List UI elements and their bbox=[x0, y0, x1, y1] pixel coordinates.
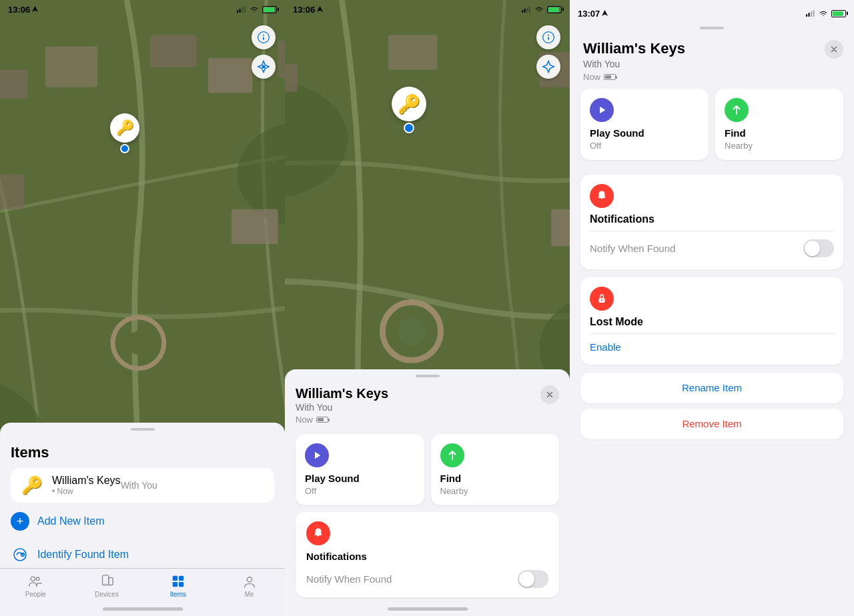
battery-fill-3 bbox=[833, 11, 843, 16]
battery-icon-3 bbox=[831, 10, 846, 17]
status-icons bbox=[237, 5, 277, 13]
svg-rect-8 bbox=[208, 58, 252, 93]
item-time: • Now bbox=[52, 487, 121, 496]
lock-icon bbox=[596, 293, 608, 305]
items-icon bbox=[170, 574, 186, 589]
signal-icon-2 bbox=[522, 5, 531, 13]
panel-item-detail: 🔑 13:06 bbox=[285, 0, 570, 616]
status-time-2: 13:06 bbox=[293, 5, 323, 15]
play-icon-3 bbox=[596, 104, 608, 116]
remove-card[interactable]: Remove Item bbox=[580, 409, 843, 439]
locate-button-2[interactable] bbox=[536, 55, 560, 79]
svg-rect-57 bbox=[809, 13, 810, 17]
info-button[interactable] bbox=[252, 25, 276, 49]
airtag-pin-2[interactable]: 🔑 bbox=[392, 87, 426, 133]
close-icon-2 bbox=[545, 390, 554, 399]
signal-icon-3 bbox=[806, 9, 815, 17]
svg-rect-50 bbox=[524, 9, 526, 13]
svg-point-21 bbox=[263, 35, 264, 36]
battery-fill bbox=[264, 7, 274, 12]
tab-devices[interactable]: Devices bbox=[71, 574, 143, 598]
play-sound-subtitle-3: Off bbox=[590, 141, 699, 151]
add-icon: + bbox=[11, 512, 29, 531]
svg-point-15 bbox=[127, 331, 150, 355]
notifications-section: Notifications Notify When Found bbox=[580, 175, 843, 269]
sheet-handle bbox=[131, 428, 155, 431]
find-nearby-card[interactable]: Find Nearby bbox=[431, 434, 560, 505]
close-button-3[interactable] bbox=[825, 40, 843, 59]
close-button-2[interactable] bbox=[540, 385, 559, 404]
rename-card[interactable]: Rename Item bbox=[580, 373, 843, 403]
identify-label: Identify Found Item bbox=[37, 549, 129, 561]
play-sound-subtitle: Off bbox=[305, 486, 415, 496]
notif-icon-3 bbox=[590, 184, 614, 208]
battery-detail bbox=[604, 74, 616, 80]
identify-icon bbox=[11, 545, 29, 564]
battery-icon-2 bbox=[547, 6, 562, 13]
notifications-card-2: Notifications Notify When Found bbox=[296, 512, 559, 597]
status-bar: 13:06 bbox=[0, 0, 285, 19]
notify-toggle-2[interactable] bbox=[518, 570, 548, 588]
find-icon bbox=[446, 449, 458, 461]
tab-people-label: People bbox=[25, 591, 46, 598]
svg-point-23 bbox=[262, 65, 266, 69]
notify-toggle-3[interactable] bbox=[803, 239, 834, 257]
tab-devices-label: Devices bbox=[95, 591, 119, 598]
tab-people[interactable]: People bbox=[0, 574, 71, 598]
add-item-row[interactable]: + Add New Item bbox=[0, 504, 285, 539]
locate-icon-2 bbox=[542, 60, 555, 73]
notify-when-found-row: Notify When Found bbox=[306, 565, 548, 588]
svg-rect-35 bbox=[179, 582, 183, 587]
panel-full-detail: 13:07 William's Keys Wi bbox=[570, 0, 854, 616]
find-nearby-card-3[interactable]: Find Nearby bbox=[715, 89, 843, 160]
remove-link[interactable]: Remove Item bbox=[682, 413, 741, 435]
play-sound-icon-3 bbox=[590, 98, 614, 122]
svg-rect-9 bbox=[278, 41, 285, 78]
location-arrow-icon-2 bbox=[317, 6, 323, 13]
svg-point-54 bbox=[548, 35, 549, 36]
panel-items-list: 🔑 13:06 bbox=[0, 0, 285, 616]
tab-items[interactable]: Items bbox=[143, 574, 214, 598]
sheet-handle-3 bbox=[700, 27, 724, 29]
divider-1 bbox=[590, 231, 834, 231]
tab-me-label: Me bbox=[245, 591, 254, 598]
detail-header: William's Keys With You Now bbox=[570, 33, 854, 82]
action-grid-2: Play Sound Off Find Nearby bbox=[285, 427, 570, 512]
info-button-2[interactable] bbox=[536, 25, 560, 49]
status-bar-3: 13:07 bbox=[570, 0, 854, 21]
tab-items-label: Items bbox=[170, 591, 186, 598]
svg-rect-6 bbox=[45, 47, 97, 87]
svg-rect-59 bbox=[813, 10, 815, 17]
play-sound-icon-circle bbox=[305, 443, 329, 467]
notifications-title-2: Notifications bbox=[306, 551, 548, 562]
enable-lost-mode-link[interactable]: Enable bbox=[590, 339, 834, 355]
play-icon bbox=[311, 449, 323, 461]
play-sound-title: Play Sound bbox=[305, 473, 415, 485]
svg-point-41 bbox=[398, 317, 426, 345]
status-icons-3 bbox=[806, 9, 846, 17]
find-icon-3 bbox=[731, 104, 743, 116]
time-text: 13:06 bbox=[8, 5, 30, 15]
svg-point-27 bbox=[31, 577, 35, 581]
svg-rect-33 bbox=[179, 576, 183, 581]
rename-link[interactable]: Rename Item bbox=[682, 377, 742, 399]
svg-rect-30 bbox=[109, 578, 113, 585]
detail-battery-label: Now bbox=[583, 72, 600, 82]
find-title: Find bbox=[440, 473, 550, 485]
lost-mode-icon bbox=[590, 287, 614, 311]
play-sound-card-3[interactable]: Play Sound Off bbox=[580, 89, 709, 160]
svg-rect-32 bbox=[173, 576, 177, 581]
svg-rect-18 bbox=[242, 7, 243, 13]
identify-row[interactable]: Identify Found Item bbox=[0, 539, 285, 571]
list-item[interactable]: 🔑 William's Keys • Now With You bbox=[11, 468, 274, 503]
find-nearby-icon-circle bbox=[440, 443, 464, 467]
devices-icon bbox=[99, 574, 115, 589]
airtag-pin[interactable]: 🔑 bbox=[110, 113, 139, 153]
tab-me[interactable]: Me bbox=[214, 574, 285, 598]
find-nearby-icon-3 bbox=[725, 98, 749, 122]
lost-mode-title: Lost Mode bbox=[590, 316, 834, 328]
play-sound-card[interactable]: Play Sound Off bbox=[296, 434, 424, 505]
svg-rect-43 bbox=[285, 64, 298, 92]
toggle-knob-3 bbox=[805, 241, 820, 256]
locate-button[interactable] bbox=[252, 55, 276, 79]
